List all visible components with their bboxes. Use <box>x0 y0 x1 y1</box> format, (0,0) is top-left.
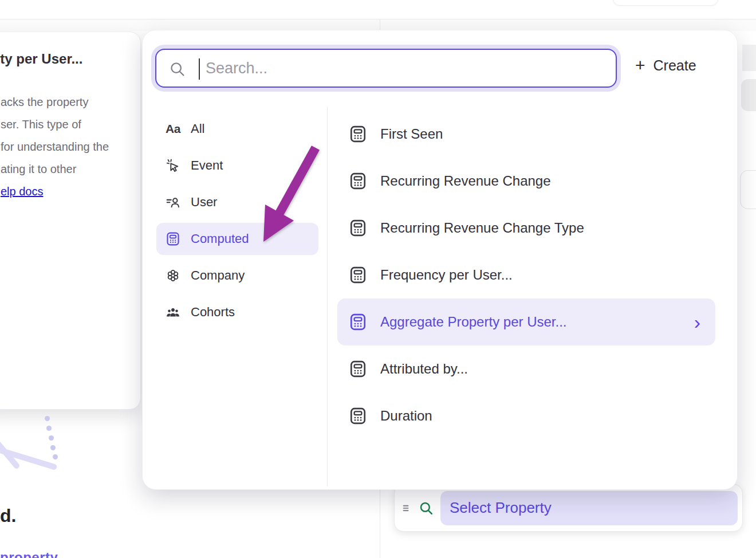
canvas-link-fragment[interactable]: property <box>0 549 58 558</box>
select-property-button[interactable]: Select Property <box>440 491 738 525</box>
company-cluster-icon <box>164 268 182 284</box>
calculator-icon <box>164 231 182 247</box>
create-label: Create <box>653 57 696 74</box>
tooltip-line: for understanding the <box>1 136 140 158</box>
result-frequency-per-user[interactable]: Frequency per User... <box>337 252 715 298</box>
app-screen: rty per User... acks the property ser. T… <box>0 0 756 558</box>
background-toolbar-card <box>613 0 718 6</box>
result-recurring-revenue-change-type[interactable]: Recurring Revenue Change Type <box>337 205 715 252</box>
property-picker-modal: + Create Aa All Event <box>142 30 738 490</box>
property-results-list: First Seen Recurring Revenue Change Recu… <box>337 111 715 439</box>
category-list: Aa All Event <box>156 113 318 333</box>
search-field[interactable] <box>155 49 617 88</box>
create-button[interactable]: + Create <box>635 57 696 74</box>
result-attributed-by[interactable]: Attributed by... <box>337 345 715 392</box>
background-edge-outline <box>740 170 756 209</box>
calculator-icon <box>349 313 367 331</box>
category-event[interactable]: Event <box>156 150 318 182</box>
decor-dot <box>45 416 50 421</box>
help-docs-link[interactable]: elp docs <box>1 180 44 203</box>
background-edge-block <box>742 45 756 71</box>
decor-dot <box>50 445 56 450</box>
canvas-heading-fragment: d. <box>0 505 16 526</box>
list-lines-icon <box>401 502 414 514</box>
tooltip-line: ating it to other <box>1 158 140 180</box>
category-label: Event <box>191 158 223 173</box>
category-label: All <box>191 121 204 136</box>
category-label: Computed <box>191 231 249 246</box>
category-label: Cohorts <box>191 305 235 320</box>
background-edge-pill <box>741 79 756 111</box>
calculator-icon <box>349 407 367 425</box>
category-computed[interactable]: Computed <box>156 223 318 255</box>
decor-dot <box>53 454 58 459</box>
tooltip-title: rty per User... <box>0 51 140 67</box>
property-builder-row: Select Property <box>394 484 743 532</box>
modal-column-divider <box>327 107 328 486</box>
category-user[interactable]: User <box>156 186 318 218</box>
plus-icon: + <box>635 57 645 74</box>
category-company[interactable]: Company <box>156 260 318 292</box>
search-input[interactable] <box>156 50 616 87</box>
result-label: Recurring Revenue Change <box>380 173 551 189</box>
result-label: Aggregate Property per User... <box>380 314 567 330</box>
category-label: User <box>191 195 217 210</box>
calculator-icon <box>349 360 367 378</box>
result-label: First Seen <box>380 126 443 142</box>
category-label: Company <box>191 268 245 283</box>
chevron-right-icon: › <box>694 313 700 331</box>
decor-dot <box>46 426 52 431</box>
category-all[interactable]: Aa All <box>156 113 318 145</box>
result-label: Frequency per User... <box>380 267 513 283</box>
calculator-icon <box>349 266 367 284</box>
calculator-icon <box>349 219 367 237</box>
property-tooltip-card: rty per User... acks the property ser. T… <box>0 32 141 410</box>
background-band <box>0 19 756 31</box>
result-label: Attributed by... <box>380 361 468 377</box>
result-first-seen[interactable]: First Seen <box>337 111 715 158</box>
result-duration[interactable]: Duration <box>337 392 715 439</box>
tooltip-line: acks the property <box>1 91 140 113</box>
result-recurring-revenue-change[interactable]: Recurring Revenue Change <box>337 158 715 205</box>
category-cohorts[interactable]: Cohorts <box>156 296 318 328</box>
user-list-icon <box>164 194 182 210</box>
decor-dot <box>49 435 54 441</box>
cohorts-people-icon <box>164 304 182 320</box>
result-label: Duration <box>380 408 432 424</box>
tooltip-body: acks the property ser. This type of for … <box>1 91 140 203</box>
search-icon <box>419 501 434 516</box>
calculator-icon <box>349 172 367 190</box>
calculator-icon <box>349 125 367 143</box>
text-aa-icon: Aa <box>164 121 182 137</box>
result-aggregate-property-per-user[interactable]: Aggregate Property per User... › <box>337 298 715 345</box>
select-property-label: Select Property <box>450 499 552 517</box>
cursor-click-icon <box>164 158 182 174</box>
result-label: Recurring Revenue Change Type <box>380 220 584 236</box>
tooltip-line: ser. This type of <box>1 113 140 136</box>
